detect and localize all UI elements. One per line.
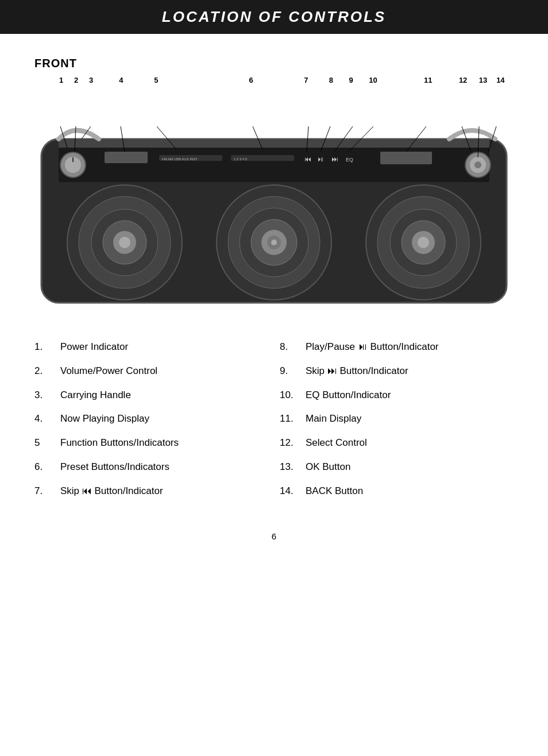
legend-text-1: Power Indicator (60, 340, 128, 354)
num-labels-row: 1 2 3 4 5 6 7 8 9 10 11 12 13 14 (24, 76, 524, 110)
boombox-illustration: FM AM USB AUX INST 1 2 3 4 5 ⏮ ⏯ ⏭ EQ (24, 116, 524, 311)
num-label-1: 1 (59, 76, 63, 84)
num-label-3: 3 (89, 76, 93, 84)
num-label-6: 6 (249, 76, 253, 84)
legend-num-11: 11. (280, 412, 306, 426)
legend-text-10: EQ Button/Indicator (306, 388, 391, 402)
svg-text:⏯: ⏯ (317, 155, 324, 163)
legend-col-left: 1. Power Indicator 2. Volume/Power Contr… (34, 340, 268, 508)
legend-item-8: 8. Play/Pause ⏯ Button/Indicator (280, 340, 514, 354)
legend-text-4: Now Playing Display (60, 412, 149, 426)
num-label-11: 11 (424, 76, 432, 84)
page-number: 6 (0, 531, 548, 541)
legend-num-10: 10. (280, 388, 306, 402)
legend-item-6: 6. Preset Buttons/Indicators (34, 460, 268, 474)
legend-item-12: 12. Select Control (280, 436, 514, 450)
legend-num-8: 8. (280, 340, 306, 354)
num-label-7: 7 (304, 76, 308, 84)
svg-text:FM  AM  USB  AUX  INST: FM AM USB AUX INST (162, 157, 198, 161)
svg-text:1   2   3   4   5: 1 2 3 4 5 (234, 157, 248, 161)
legend-item-13: 13. OK Button (280, 460, 514, 474)
legend-text-9: Skip ⏭ Button/Indicator (306, 364, 408, 378)
page-title: LOCATION OF CONTROLS (0, 8, 548, 26)
legend-text-7: Skip ⏮ Button/Indicator (60, 484, 163, 498)
legend-num-7: 7. (34, 484, 60, 498)
legend-text-5: Function Buttons/Indicators (60, 436, 179, 450)
svg-point-31 (271, 240, 277, 245)
legend-text-12: Select Control (306, 436, 367, 450)
legend-item-3: 3. Carrying Handle (34, 388, 268, 402)
legend-section: 1. Power Indicator 2. Volume/Power Contr… (34, 340, 514, 508)
num-label-4: 4 (119, 76, 123, 84)
section-label: FRONT (34, 57, 548, 70)
legend-num-6: 6. (34, 460, 60, 474)
diagram-area: 1 2 3 4 5 6 7 8 9 10 11 12 13 14 (24, 76, 524, 317)
svg-rect-6 (105, 152, 148, 163)
legend-item-14: 14. BACK Button (280, 484, 514, 498)
num-label-10: 10 (369, 76, 377, 84)
legend-item-7: 7. Skip ⏮ Button/Indicator (34, 484, 268, 498)
legend-num-2: 2. (34, 364, 60, 378)
legend-col-right: 8. Play/Pause ⏯ Button/Indicator 9. Skip… (280, 340, 514, 508)
boombox-svg: FM AM USB AUX INST 1 2 3 4 5 ⏮ ⏯ ⏭ EQ (24, 116, 524, 311)
svg-text:EQ: EQ (346, 157, 353, 163)
legend-num-5: 5 (34, 436, 60, 450)
legend-item-9: 9. Skip ⏭ Button/Indicator (280, 364, 514, 378)
legend-item-4: 4. Now Playing Display (34, 412, 268, 426)
legend-item-10: 10. EQ Button/Indicator (280, 388, 514, 402)
num-label-9: 9 (349, 76, 353, 84)
legend-text-11: Main Display (306, 412, 361, 426)
legend-num-12: 12. (280, 436, 306, 450)
svg-point-37 (418, 237, 429, 248)
legend-item-1: 1. Power Indicator (34, 340, 268, 354)
legend-num-4: 4. (34, 412, 60, 426)
legend-text-13: OK Button (306, 460, 350, 474)
svg-text:⏮: ⏮ (304, 155, 311, 163)
legend-text-6: Preset Buttons/Indicators (60, 460, 169, 474)
num-label-2: 2 (74, 76, 78, 84)
legend-text-3: Carrying Handle (60, 388, 131, 402)
legend-item-2: 2. Volume/Power Control (34, 364, 268, 378)
legend-text-2: Volume/Power Control (60, 364, 157, 378)
num-label-8: 8 (329, 76, 333, 84)
legend-num-13: 13. (280, 460, 306, 474)
page-header: LOCATION OF CONTROLS (0, 0, 548, 34)
legend-num-3: 3. (34, 388, 60, 402)
legend-num-14: 14. (280, 484, 306, 498)
svg-rect-15 (380, 152, 432, 164)
num-label-12: 12 (459, 76, 467, 84)
legend-text-8: Play/Pause ⏯ Button/Indicator (306, 340, 439, 354)
num-label-14: 14 (496, 76, 504, 84)
num-label-13: 13 (479, 76, 487, 84)
legend-item-5: 5 Function Buttons/Indicators (34, 436, 268, 450)
num-label-5: 5 (154, 76, 158, 84)
legend-num-9: 9. (280, 364, 306, 378)
legend-item-11: 11. Main Display (280, 412, 514, 426)
legend-num-1: 1. (34, 340, 60, 354)
svg-text:⏭: ⏭ (331, 155, 338, 163)
svg-point-24 (119, 237, 130, 248)
legend-text-14: BACK Button (306, 484, 363, 498)
svg-point-18 (474, 161, 481, 168)
